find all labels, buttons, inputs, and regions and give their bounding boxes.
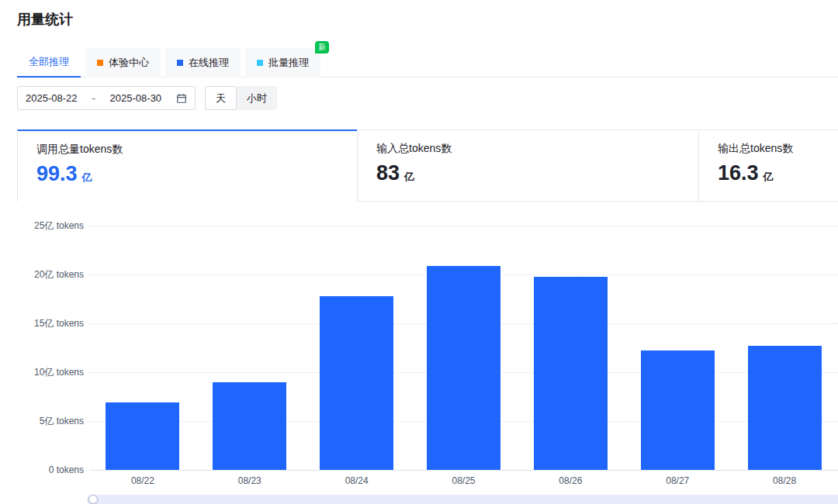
chart-bar-08/25 <box>427 266 500 470</box>
tab-label: 体验中心 <box>109 56 149 70</box>
bar-slot <box>731 226 838 470</box>
usage-stats-page: 用量统计 全部推理 体验中心 在线推理 批量推理 新 2025-08-22 - … <box>0 0 838 504</box>
tab-label: 批量推理 <box>268 56 309 70</box>
stat-card-unit: 亿 <box>82 171 92 185</box>
calendar-icon <box>176 93 187 104</box>
chart-bar-08/28 <box>748 346 822 470</box>
page-title: 用量统计 <box>17 10 73 29</box>
bar-slot <box>303 226 410 470</box>
x-axis-tick-label: 08/26 <box>517 475 624 486</box>
cyan-square-icon <box>257 60 263 66</box>
usage-bar-chart: 25亿 tokens20亿 tokens15亿 tokens10亿 tokens… <box>0 209 838 504</box>
bar-slot <box>89 226 196 470</box>
x-axis: 08/2208/2308/2408/2508/2608/2708/28 <box>89 475 838 486</box>
y-axis-tick-label: 5亿 tokens <box>0 415 84 428</box>
bars-area <box>89 226 838 470</box>
granularity-hour-button[interactable]: 小时 <box>237 86 277 110</box>
x-axis-tick-label: 08/24 <box>303 475 410 486</box>
stat-card-value: 83 <box>376 161 400 185</box>
date-start: 2025-08-22 <box>26 92 78 104</box>
date-separator: - <box>92 92 95 104</box>
new-badge: 新 <box>315 41 329 54</box>
x-axis-tick-label: 08/28 <box>731 475 838 486</box>
stat-card-title: 输出总tokens数 <box>718 142 819 156</box>
stat-card-total-tokens[interactable]: 调用总量tokens数 99.3 亿 <box>17 129 357 202</box>
bar-slot <box>196 226 303 470</box>
tab-experience-center[interactable]: 体验中心 <box>85 48 161 78</box>
granularity-day-button[interactable]: 天 <box>205 86 237 110</box>
orange-square-icon <box>97 60 103 66</box>
chart-bar-08/24 <box>320 296 393 470</box>
tab-bar: 全部推理 体验中心 在线推理 批量推理 新 <box>17 48 838 78</box>
stat-card-value: 16.3 <box>718 161 759 185</box>
stat-card-value: 99.3 <box>36 162 78 186</box>
gridline <box>89 470 838 471</box>
tab-label: 全部推理 <box>29 55 69 69</box>
stat-card-input-tokens[interactable]: 输入总tokens数 83 亿 <box>357 129 698 202</box>
tab-online-inference[interactable]: 在线推理 <box>165 48 241 78</box>
granularity-toggle: 天 小时 <box>205 86 277 110</box>
tab-all-inference[interactable]: 全部推理 <box>17 48 81 78</box>
chart-bar-08/27 <box>641 350 715 470</box>
bar-slot <box>624 226 731 470</box>
y-axis-tick-label: 25亿 tokens <box>0 219 84 233</box>
tab-label: 在线推理 <box>189 56 229 70</box>
stat-card-unit: 亿 <box>404 170 414 184</box>
x-axis-tick-label: 08/27 <box>624 475 731 486</box>
stat-card-title: 输入总tokens数 <box>376 142 680 156</box>
x-axis-tick-label: 08/25 <box>410 475 518 486</box>
y-axis-tick-label: 20亿 tokens <box>0 268 84 281</box>
stat-card-title: 调用总量tokens数 <box>36 143 338 157</box>
bar-slot <box>517 226 624 470</box>
y-axis-tick-label: 15亿 tokens <box>0 317 84 330</box>
x-axis-tick-label: 08/22 <box>89 475 196 486</box>
date-end: 2025-08-30 <box>110 92 162 104</box>
blue-square-icon <box>177 60 183 66</box>
bar-slot <box>410 226 518 470</box>
filter-bar: 2025-08-22 - 2025-08-30 天 小时 <box>17 86 277 110</box>
tab-batch-inference[interactable]: 批量推理 新 <box>245 48 320 78</box>
chart-bar-08/23 <box>213 382 286 470</box>
date-range-picker[interactable]: 2025-08-22 - 2025-08-30 <box>17 86 196 110</box>
stat-cards: 调用总量tokens数 99.3 亿 输入总tokens数 83 亿 输出总to… <box>17 129 838 202</box>
chart-bar-08/26 <box>534 277 608 470</box>
y-axis-tick-label: 0 tokens <box>0 464 84 475</box>
stat-card-unit: 亿 <box>764 170 774 184</box>
y-axis-tick-label: 10亿 tokens <box>0 366 84 379</box>
chart-scrollbar[interactable] <box>87 495 838 504</box>
chart-bar-08/22 <box>106 402 179 470</box>
stat-card-output-tokens[interactable]: 输出总tokens数 16.3 亿 <box>698 129 838 202</box>
scrollbar-handle[interactable] <box>88 495 98 504</box>
x-axis-tick-label: 08/23 <box>196 475 303 486</box>
